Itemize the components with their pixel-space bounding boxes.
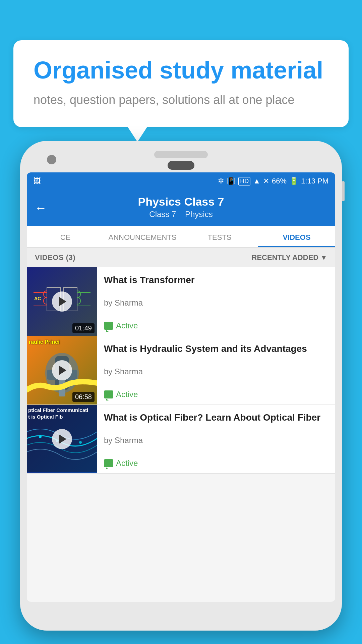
video-title-1: What is Transformer xyxy=(104,274,328,286)
chat-icon-1 xyxy=(104,322,113,330)
phone-screen: 🖼 ✲ 📳 HD ▲ ✕ 66% 🔋 1:13 PM ← Physics Cla… xyxy=(27,172,335,602)
video-thumbnail-3: ptical Fiber Communicatit is Optical Fib xyxy=(27,405,97,473)
tab-ce[interactable]: CE xyxy=(27,226,104,247)
video-author-2: by Sharma xyxy=(104,367,328,376)
app-header: ← Physics Class 7 Class 7 Physics xyxy=(27,190,335,226)
status-bar-right: ✲ 📳 HD ▲ ✕ 66% 🔋 1:13 PM xyxy=(218,177,328,185)
svg-point-14 xyxy=(79,441,82,444)
tab-tests[interactable]: TESTS xyxy=(181,226,258,247)
svg-point-12 xyxy=(39,435,42,438)
play-icon-1 xyxy=(59,297,66,306)
phone-outer: 🖼 ✲ 📳 HD ▲ ✕ 66% 🔋 1:13 PM ← Physics Cla… xyxy=(20,141,342,631)
wifi-icon: ▲ xyxy=(253,177,260,185)
video-author-1: by Sharma xyxy=(104,298,328,308)
speech-bubble-headline: Organised study material xyxy=(34,57,328,84)
video-status-2: Active xyxy=(104,390,328,399)
phone-mockup: 🖼 ✲ 📳 HD ▲ ✕ 66% 🔋 1:13 PM ← Physics Cla… xyxy=(20,141,342,631)
header-title: Physics Class 7 xyxy=(35,195,327,208)
speech-bubble-container: Organised study material notes, question… xyxy=(13,40,349,127)
signal-icon: ✕ xyxy=(263,177,269,185)
video-title-3: What is Optical Fiber? Learn About Optic… xyxy=(104,412,328,424)
video-duration-2: 06:58 xyxy=(72,392,95,402)
tab-announcements[interactable]: ANNOUNCEMENTS xyxy=(104,226,181,247)
header-class: Class 7 xyxy=(149,210,176,219)
thumb-text-2: raulic Princi xyxy=(29,339,95,345)
home-button xyxy=(168,161,194,170)
play-button-2[interactable] xyxy=(52,360,72,380)
video-info-2: What is Hydraulic System and its Advanta… xyxy=(97,336,335,405)
play-button-1[interactable] xyxy=(52,291,72,312)
chat-icon-3 xyxy=(104,459,113,467)
header-subject: Physics xyxy=(185,210,213,219)
video-thumbnail-1: AC 01:49 xyxy=(27,267,97,336)
play-button-3[interactable] xyxy=(52,429,72,449)
video-duration-1: 01:49 xyxy=(72,323,95,333)
speech-bubble-subtext: notes, question papers, solutions all at… xyxy=(34,92,328,108)
status-bar-left: 🖼 xyxy=(34,177,41,185)
status-bar: 🖼 ✲ 📳 HD ▲ ✕ 66% 🔋 1:13 PM xyxy=(27,172,335,190)
chat-icon-2 xyxy=(104,390,113,398)
thumb-text-3: ptical Fiber Communicatit is Optical Fib xyxy=(28,407,96,420)
video-item-2[interactable]: raulic Princi 06:58 xyxy=(27,336,335,405)
play-icon-2 xyxy=(59,366,66,375)
side-button xyxy=(342,181,345,201)
speech-bubble: Organised study material notes, question… xyxy=(13,40,349,127)
tab-videos[interactable]: VIDEOS xyxy=(258,226,335,247)
tab-bar: CE ANNOUNCEMENTS TESTS VIDEOS xyxy=(27,226,335,248)
bluetooth-icon: ✲ xyxy=(218,177,224,185)
vibrate-icon: 📳 xyxy=(227,177,236,185)
videos-header: VIDEOS (3) RECENTLY ADDED ▼ xyxy=(27,248,335,267)
battery-text: 66% xyxy=(272,177,287,185)
svg-text:AC: AC xyxy=(34,296,41,301)
video-item-3[interactable]: ptical Fiber Communicatit is Optical Fib xyxy=(27,405,335,474)
back-button[interactable]: ← xyxy=(35,201,47,215)
sort-button[interactable]: RECENTLY ADDED ▼ xyxy=(252,253,327,262)
videos-count: VIDEOS (3) xyxy=(35,253,75,262)
video-author-3: by Sharma xyxy=(104,436,328,445)
camera xyxy=(47,155,56,164)
video-title-2: What is Hydraulic System and its Advanta… xyxy=(104,343,328,355)
chevron-down-icon: ▼ xyxy=(320,254,327,262)
video-thumbnail-2: raulic Princi 06:58 xyxy=(27,336,97,405)
video-status-1: Active xyxy=(104,321,328,330)
video-info-3: What is Optical Fiber? Learn About Optic… xyxy=(97,405,335,473)
video-item-1[interactable]: AC 01:49 What is Transformer by Sharma A… xyxy=(27,267,335,336)
play-icon-3 xyxy=(59,434,66,444)
header-subtitle: Class 7 Physics xyxy=(35,210,327,219)
battery-icon: 🔋 xyxy=(289,177,298,185)
video-status-3: Active xyxy=(104,459,328,468)
speaker-grille xyxy=(154,151,208,158)
time-display: 1:13 PM xyxy=(301,177,328,185)
photo-icon: 🖼 xyxy=(34,177,41,185)
hd-badge: HD xyxy=(238,177,250,185)
video-info-1: What is Transformer by Sharma Active xyxy=(97,267,335,336)
